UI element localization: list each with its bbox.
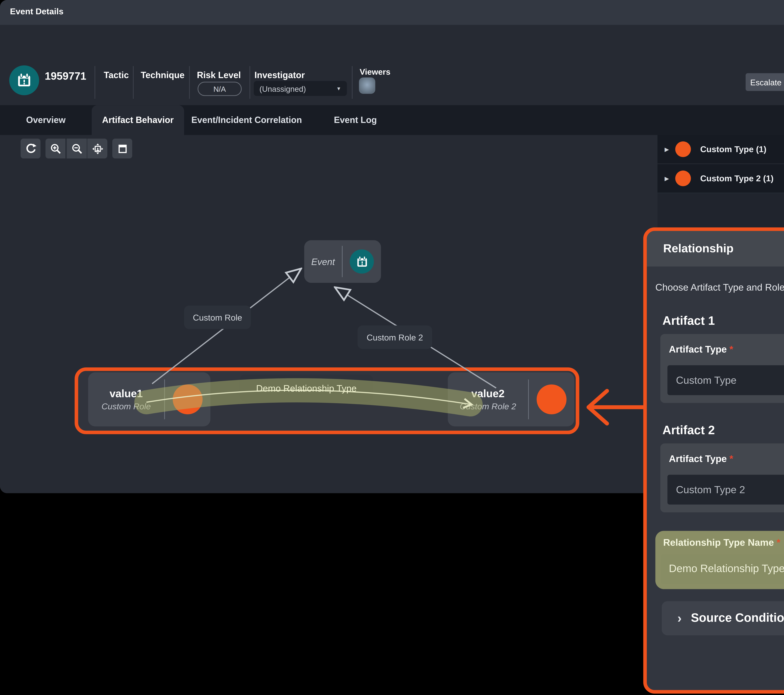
node-role: Custom Role 2 [448, 402, 528, 411]
tab-event-incident-correlation[interactable]: Event/Incident Correlation [184, 105, 309, 135]
zoom-out-icon [71, 143, 83, 155]
tab-event-log[interactable]: Event Log [309, 105, 402, 135]
artifact2-card: Artifact Type * Artifact Role Custom Typ… [660, 443, 784, 512]
refresh-button[interactable] [21, 138, 40, 158]
risk-level-badge: N/A [198, 82, 242, 96]
artifact2-heading: Artifact 2 [662, 423, 715, 438]
event-type-icon [9, 65, 39, 95]
tab-overview[interactable]: Overview [0, 105, 92, 135]
window-title: Event Details [10, 7, 64, 16]
divider [95, 66, 96, 99]
artifact1-heading: Artifact 1 [662, 314, 715, 328]
chevron-down-icon: ▼ [336, 86, 341, 91]
custom-type-2-node-circle [537, 384, 567, 414]
tab-artifact-behavior[interactable]: Artifact Behavior [92, 105, 184, 135]
divider [249, 66, 250, 99]
relationship-edge-label: Demo Relationship Type [240, 374, 373, 402]
artifact2-type-label: Artifact Type * [669, 453, 733, 464]
viewer-avatar [359, 77, 375, 94]
artifact-node-value2[interactable]: value2 Custom Role 2 [448, 372, 574, 427]
divider [528, 379, 529, 419]
divider [133, 66, 134, 99]
zoom-in-icon [49, 143, 61, 155]
legend-item-label: Custom Type 2 (1) [700, 173, 774, 183]
artifact1-type-label: Artifact Type * [669, 344, 733, 354]
investigator-value: (Unassigned) [260, 84, 306, 93]
escalate-button[interactable]: Escalate [746, 73, 784, 91]
legend-item-label: Custom Type (1) [700, 144, 766, 154]
title-bar: Event Details – □ × [0, 0, 784, 25]
custom-type-node-circle [173, 384, 203, 414]
technique-label: Technique [141, 71, 184, 80]
artifact1-card: Artifact Type * Artifact Role Custom Typ… [660, 334, 784, 403]
artifact1-type-select[interactable]: Custom Type ▼ [667, 365, 784, 395]
relationship-type-name-value: Demo Relationship Type [669, 562, 784, 574]
window-icon [116, 143, 128, 155]
artifact-type-legend: ▶ Custom Type (1) ▶ Custom Type 2 (1) [657, 135, 784, 227]
artifact2-type-select[interactable]: Custom Type 2 ▼ [667, 475, 784, 504]
zoom-in-button[interactable] [46, 138, 65, 158]
artifact1-type-value: Custom Type [676, 374, 736, 386]
tab-bar: Overview Artifact Behavior Event/Inciden… [0, 105, 784, 135]
custom-type-color-dot [675, 142, 691, 157]
node-role: Custom Role [88, 402, 164, 411]
event-node-label: Event [311, 257, 335, 267]
fit-to-screen-icon [91, 143, 104, 155]
relationship-type-name-label: Relationship Type Name * [663, 537, 780, 548]
divider [164, 379, 165, 419]
node-value: value2 [448, 387, 528, 399]
divider [342, 246, 343, 277]
zoom-out-button[interactable] [66, 138, 87, 158]
dialog-title: Relationship [663, 242, 733, 255]
chevron-right-icon: › [677, 611, 682, 626]
risk-level-label: Risk Level [197, 71, 241, 80]
edge-label-custom-role: Custom Role [184, 306, 251, 329]
expand-arrow-icon[interactable]: ▶ [664, 146, 669, 152]
screen: Event Details – □ × 1959771 Tactic T [0, 0, 784, 695]
legend-item-custom-type[interactable]: ▶ Custom Type (1) [657, 135, 784, 164]
event-node[interactable]: Event [304, 240, 381, 283]
event-id: 1959771 [45, 70, 86, 82]
divider [189, 66, 190, 99]
node-value: value1 [88, 387, 164, 399]
dialog-subtitle: Choose Artifact Type and Roles below to … [656, 282, 784, 293]
custom-type-2-color-dot [675, 171, 691, 186]
viewers-label: Viewers [360, 68, 390, 76]
divider [352, 66, 352, 99]
calendar-alert-icon [355, 255, 369, 268]
relationship-dialog: Relationship × Choose Artifact Type and … [643, 227, 784, 693]
tactic-label: Tactic [104, 71, 129, 80]
edge-label-custom-role-2: Custom Role 2 [357, 326, 432, 349]
event-node-icon [350, 249, 374, 273]
required-asterisk: * [777, 537, 781, 548]
calendar-alert-icon [16, 72, 33, 89]
source-conditions-expander[interactable]: › Source Conditions ? [662, 601, 784, 636]
artifact2-type-value: Custom Type 2 [676, 484, 745, 496]
event-header: 1959771 Tactic Technique Risk Level N/A … [0, 25, 784, 105]
expand-arrow-icon[interactable]: ▶ [664, 175, 669, 181]
legend-item-custom-type-2[interactable]: ▶ Custom Type 2 (1) [657, 164, 784, 193]
required-asterisk: * [730, 453, 733, 464]
fit-to-screen-button[interactable] [87, 138, 107, 158]
investigator-label: Investigator [254, 71, 305, 80]
window-view-button[interactable] [112, 138, 132, 158]
artifact-node-value1[interactable]: value1 Custom Role [88, 372, 211, 427]
investigator-select[interactable]: (Unassigned) ▼ [254, 81, 347, 96]
dialog-header: Relationship × [647, 231, 784, 267]
source-conditions-label: Source Conditions [691, 611, 784, 625]
refresh-icon [25, 143, 36, 155]
required-asterisk: * [730, 344, 733, 354]
